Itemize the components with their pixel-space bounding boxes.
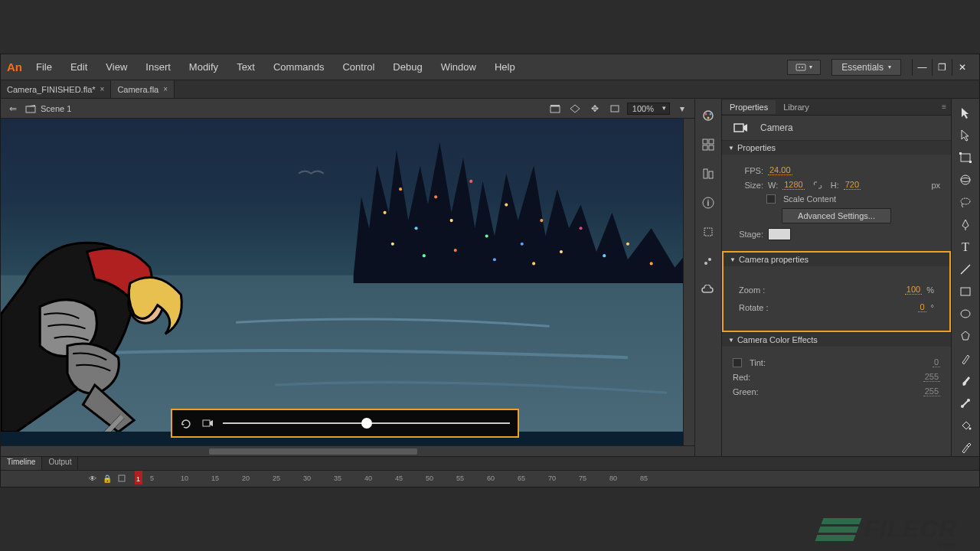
extensions-button[interactable]: ▾ [787, 60, 821, 75]
outline-icon[interactable] [118, 474, 126, 482]
timeline-ruler[interactable]: 👁 🔒 1 5 10 15 20 25 30 35 40 45 50 55 60… [1, 471, 979, 486]
center-stage-icon[interactable]: ✥ [587, 102, 603, 116]
menu-help[interactable]: Help [487, 57, 523, 77]
stage-color-swatch[interactable] [768, 228, 791, 240]
zoom-cam-icon[interactable] [201, 418, 215, 429]
free-transform-tool[interactable] [957, 149, 974, 165]
brush-icon[interactable] [699, 252, 717, 270]
tab-timeline[interactable]: Timeline [1, 457, 42, 470]
minimize-button[interactable]: — [912, 59, 932, 76]
height-value[interactable]: 720 [844, 180, 861, 190]
svg-point-2 [802, 67, 803, 68]
menu-debug[interactable]: Debug [385, 57, 430, 77]
svg-rect-48 [969, 161, 972, 163]
info-icon[interactable]: i [699, 194, 717, 212]
svg-point-24 [423, 254, 426, 257]
brush-tool[interactable] [957, 373, 974, 389]
collapse-icon: ▼ [730, 256, 736, 263]
watermark-sub: .com [936, 540, 957, 549]
zoom-label: Zoom : [739, 285, 785, 295]
tint-value[interactable]: 0 [933, 357, 940, 367]
menu-insert[interactable]: Insert [138, 57, 178, 77]
line-tool[interactable] [957, 261, 974, 277]
lasso-tool[interactable] [957, 194, 974, 210]
menu-view[interactable]: View [98, 57, 135, 77]
clip-icon[interactable] [607, 102, 622, 116]
advanced-settings-button[interactable]: Advanced Settings... [782, 208, 891, 223]
subselection-tool[interactable] [957, 127, 974, 143]
eye-icon[interactable]: 👁 [89, 474, 96, 483]
pen-tool[interactable] [957, 217, 974, 233]
zoom-dropdown[interactable]: 100% [627, 103, 670, 115]
menu-control[interactable]: Control [335, 57, 382, 77]
svg-point-10 [415, 227, 418, 230]
tab-output[interactable]: Output [42, 457, 78, 470]
tab-library[interactable]: Library [776, 100, 817, 114]
grid-icon[interactable] [699, 135, 717, 154]
close-button[interactable]: ✕ [952, 59, 972, 76]
menu-modify[interactable]: Modify [181, 57, 226, 77]
menu-file[interactable]: File [28, 57, 60, 77]
lock-icon[interactable]: 🔒 [103, 474, 112, 483]
playhead[interactable]: 1 [135, 471, 142, 484]
frame-tick: 65 [518, 474, 548, 482]
frame-tick: 55 [456, 474, 487, 482]
clapboard-icon[interactable] [547, 102, 563, 116]
camera-zoom-value[interactable]: 100 [905, 285, 922, 295]
width-value[interactable]: 1280 [782, 180, 804, 190]
align-icon[interactable] [699, 165, 717, 183]
rectangle-tool[interactable] [957, 284, 974, 300]
doc-tab-finished[interactable]: Camera_FINISHED.fla* × [1, 80, 111, 98]
zoom-unit: % [926, 285, 934, 295]
rotate-cam-icon[interactable] [180, 418, 194, 429]
fps-value[interactable]: 24.00 [768, 165, 792, 175]
oval-tool[interactable] [957, 306, 974, 322]
camera-zoom-slider[interactable] [171, 409, 519, 438]
menu-window[interactable]: Window [433, 57, 484, 77]
maximize-button[interactable]: ❐ [932, 59, 952, 76]
size-label: Size: [733, 181, 763, 190]
stage-menu-icon[interactable]: ▾ [675, 102, 690, 116]
red-value[interactable]: 255 [923, 372, 940, 382]
doc-tab-camera[interactable]: Camera.fla × [111, 80, 175, 98]
pencil-tool[interactable] [957, 350, 974, 367]
svg-point-44 [708, 258, 711, 261]
horizontal-scrollbar[interactable] [1, 445, 694, 456]
swatches-icon[interactable] [699, 106, 717, 125]
vertical-scrollbar[interactable] [683, 119, 694, 445]
close-icon[interactable]: × [163, 85, 168, 93]
close-icon[interactable]: × [100, 85, 105, 93]
bone-tool[interactable] [957, 395, 974, 411]
cloud-icon[interactable] [699, 281, 717, 299]
scale-content-checkbox[interactable] [766, 194, 776, 204]
section-properties[interactable]: ▼Properties [722, 141, 951, 155]
zoom-slider-knob[interactable] [361, 418, 372, 429]
symbol-edit-icon[interactable] [567, 102, 583, 116]
tint-checkbox[interactable] [733, 358, 742, 367]
svg-rect-37 [709, 145, 714, 150]
back-icon[interactable]: ⇐ [5, 102, 21, 116]
scene-breadcrumb[interactable]: Scene 1 [25, 104, 71, 113]
menu-commands[interactable]: Commands [266, 57, 332, 77]
section-camera-props[interactable]: ▼Camera properties [724, 253, 949, 266]
tab-properties[interactable]: Properties [722, 100, 776, 114]
scrollbar-thumb[interactable] [209, 448, 417, 455]
transform-icon[interactable] [699, 223, 717, 241]
section-color-effects[interactable]: ▼Camera Color Effects [722, 333, 951, 347]
menu-text[interactable]: Text [229, 57, 263, 77]
stage-canvas[interactable] [1, 119, 694, 445]
eyedropper-tool[interactable] [957, 440, 974, 456]
link-dimensions-icon[interactable] [812, 181, 823, 190]
menu-edit[interactable]: Edit [63, 57, 95, 77]
text-tool[interactable]: T [957, 239, 974, 255]
panel-menu-icon[interactable]: ≡ [942, 103, 951, 111]
green-value[interactable]: 255 [923, 386, 940, 396]
selection-tool[interactable] [957, 105, 974, 121]
3d-rotation-tool[interactable] [957, 172, 974, 188]
camera-rotate-value[interactable]: 0 [918, 302, 926, 312]
zoom-slider-track[interactable] [223, 422, 510, 424]
svg-rect-34 [703, 139, 707, 144]
polystar-tool[interactable] [957, 328, 974, 344]
paint-bucket-tool[interactable] [957, 418, 974, 434]
workspace-switcher[interactable]: Essentials ▾ [831, 59, 901, 76]
